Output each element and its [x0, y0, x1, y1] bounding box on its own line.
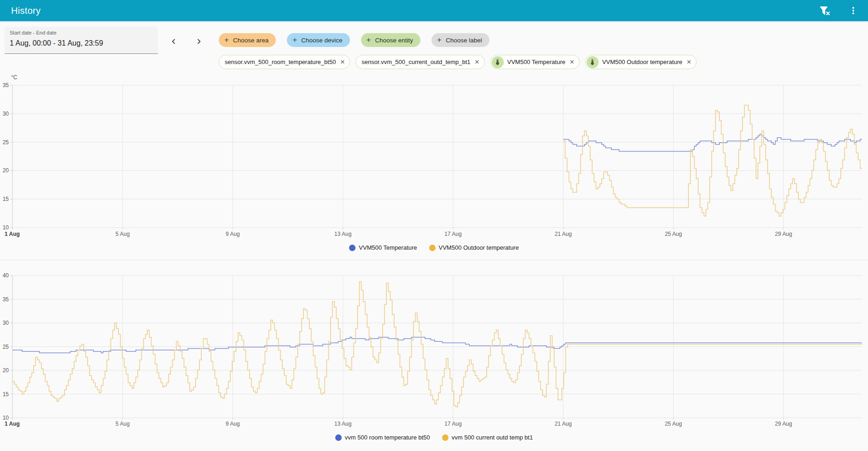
- svg-text:25: 25: [3, 139, 9, 146]
- legend-item[interactable]: vvm 500 current outd temp bt1: [442, 434, 533, 441]
- legend-item[interactable]: VVM500 Temperature: [349, 244, 417, 251]
- legend-label: vvm 500 room temperature bt50: [345, 434, 430, 441]
- svg-text:30: 30: [3, 320, 9, 326]
- history-page: History Start date - End date 1 Aug, 00:…: [0, 0, 868, 451]
- svg-text:35: 35: [3, 296, 9, 303]
- chevron-left-icon: [169, 36, 179, 47]
- svg-text:1 Aug: 1 Aug: [5, 231, 20, 237]
- plus-icon: +: [224, 35, 229, 45]
- next-period-button[interactable]: [190, 32, 208, 51]
- svg-text:40: 40: [3, 272, 9, 279]
- app-header: History: [0, 0, 868, 21]
- chevron-right-icon: [194, 36, 204, 47]
- legend-label: vvm 500 current outd temp bt1: [452, 434, 533, 441]
- legend-item[interactable]: VVM500 Outdoor temperature: [429, 244, 519, 251]
- filter-remove-icon: [819, 5, 830, 16]
- legend-dot-icon: [442, 434, 449, 441]
- upper-chart-legend: VVM500 TemperatureVVM500 Outdoor tempera…: [0, 244, 868, 251]
- section-divider: [0, 260, 868, 260]
- svg-text:5 Aug: 5 Aug: [116, 231, 130, 237]
- svg-text:15: 15: [3, 196, 9, 202]
- date-range-picker[interactable]: Start date - End date 1 Aug, 00:00 - 31 …: [5, 27, 158, 54]
- date-range-value: 1 Aug, 00:00 - 31 Aug, 23:59: [10, 39, 103, 47]
- svg-text:13 Aug: 13 Aug: [334, 421, 351, 427]
- plus-icon: +: [292, 35, 297, 45]
- svg-text:15: 15: [3, 391, 9, 398]
- legend-item[interactable]: vvm 500 room temperature bt50: [335, 434, 430, 441]
- chip-label: Choose device: [301, 37, 342, 44]
- date-range-label: Start date - End date: [10, 30, 57, 35]
- chip-label: Choose entity: [375, 37, 413, 44]
- page-title: History: [11, 6, 41, 16]
- legend-label: VVM500 Temperature: [359, 244, 417, 251]
- legend-dot-icon: [429, 245, 436, 251]
- choose-device-chip[interactable]: +Choose device: [287, 33, 350, 47]
- svg-text:20: 20: [3, 167, 9, 174]
- remove-filters-button[interactable]: [816, 1, 834, 20]
- svg-text:5 Aug: 5 Aug: [116, 421, 130, 427]
- svg-text:21 Aug: 21 Aug: [554, 231, 571, 237]
- kebab-menu-icon: [848, 5, 859, 16]
- svg-text:°C: °C: [11, 74, 17, 81]
- chip-label: Choose area: [233, 37, 268, 44]
- overflow-menu-button[interactable]: [844, 1, 862, 20]
- svg-text:13 Aug: 13 Aug: [334, 231, 351, 237]
- filter-chip-row: +Choose area+Choose device+Choose entity…: [219, 33, 489, 47]
- svg-text:9 Aug: 9 Aug: [226, 231, 240, 237]
- previous-period-button[interactable]: [164, 32, 183, 51]
- svg-text:29 Aug: 29 Aug: [775, 231, 792, 237]
- svg-text:17 Aug: 17 Aug: [444, 421, 461, 427]
- legend-dot-icon: [335, 434, 342, 441]
- lower-chart-legend: vvm 500 room temperature bt50vvm 500 cur…: [0, 434, 868, 441]
- svg-text:10: 10: [3, 415, 9, 421]
- svg-text:30: 30: [3, 111, 9, 117]
- legend-dot-icon: [349, 245, 355, 251]
- svg-text:1 Aug: 1 Aug: [5, 421, 20, 427]
- plus-icon: +: [437, 35, 442, 45]
- svg-text:29 Aug: 29 Aug: [775, 421, 792, 427]
- svg-text:20: 20: [3, 367, 9, 374]
- choose-area-chip[interactable]: +Choose area: [219, 33, 276, 47]
- plus-icon: +: [367, 35, 371, 45]
- choose-entity-chip[interactable]: +Choose entity: [361, 33, 421, 47]
- svg-text:25: 25: [3, 344, 9, 350]
- temperature-chart-upper[interactable]: 3530252015101 Aug5 Aug9 Aug13 Aug17 Aug2…: [0, 64, 868, 242]
- chip-label: Choose label: [446, 37, 482, 44]
- svg-text:35: 35: [3, 82, 9, 88]
- svg-text:17 Aug: 17 Aug: [444, 231, 461, 237]
- svg-text:10: 10: [3, 224, 9, 231]
- temperature-chart-lower[interactable]: 403530252015101 Aug5 Aug9 Aug13 Aug17 Au…: [0, 265, 868, 431]
- svg-text:25 Aug: 25 Aug: [665, 231, 682, 237]
- header-actions: [816, 0, 862, 21]
- choose-label-chip[interactable]: +Choose label: [431, 33, 489, 47]
- svg-text:21 Aug: 21 Aug: [554, 421, 571, 427]
- legend-label: VVM500 Outdoor temperature: [439, 244, 519, 251]
- svg-text:9 Aug: 9 Aug: [226, 421, 240, 427]
- svg-text:25 Aug: 25 Aug: [665, 421, 682, 427]
